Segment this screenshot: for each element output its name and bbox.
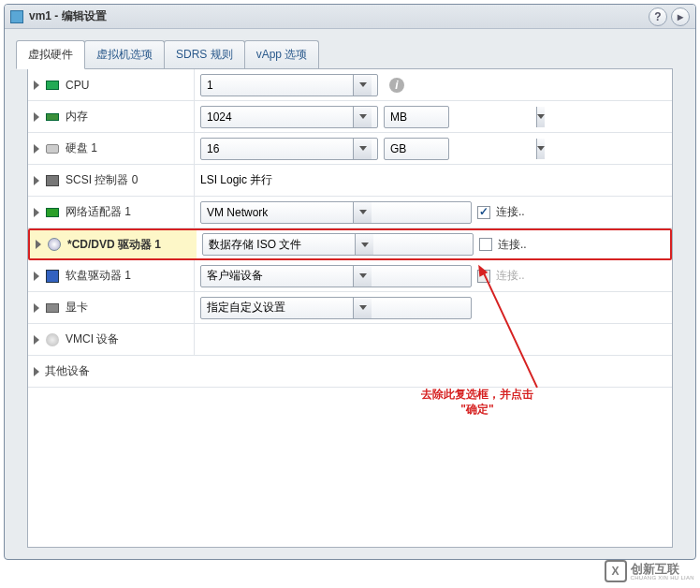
memory-label: 内存 — [66, 109, 88, 125]
annotation-line1: 去除此复选框，并点击 — [421, 388, 533, 403]
cpu-label: CPU — [66, 79, 89, 92]
disk-icon — [45, 141, 60, 156]
floppy-icon — [45, 269, 60, 284]
tab-virtual-hardware[interactable]: 虚拟硬件 — [16, 40, 85, 69]
expander-icon[interactable] — [34, 144, 39, 154]
tab-sdrs-rules[interactable]: SDRS 规则 — [164, 40, 245, 68]
tab-vapp-options[interactable]: vApp 选项 — [244, 40, 320, 68]
row-cddvd: *CD/DVD 驱动器 1 连接.. — [28, 228, 672, 260]
row-network: 网络适配器 1 连接.. — [28, 197, 672, 228]
dialog-title: vm1 - 编辑设置 — [29, 8, 107, 24]
expander-icon[interactable] — [34, 367, 39, 376]
scsi-value: LSI Logic 并行 — [200, 172, 272, 188]
watermark-sub: CHUANG XIN HU LIAN — [631, 575, 694, 581]
cpu-value[interactable] — [201, 75, 353, 96]
expander-icon[interactable] — [34, 335, 39, 345]
hardware-panel: CPU i 内存 — [27, 68, 673, 548]
cpu-select[interactable] — [200, 74, 378, 96]
network-connect-label: 连接.. — [496, 204, 525, 220]
vmci-icon — [45, 332, 60, 347]
watermark-logo-icon: X — [605, 560, 627, 582]
edit-settings-dialog: vm1 - 编辑设置 ? ▸ 虚拟硬件 虚拟机选项 SDRS 规则 vApp 选… — [4, 4, 696, 560]
expander-icon[interactable] — [34, 81, 39, 90]
dropdown-arrow-icon[interactable] — [353, 202, 372, 223]
memory-icon — [45, 110, 60, 125]
tabs: 虚拟硬件 虚拟机选项 SDRS 规则 vApp 选项 CPU i — [5, 29, 695, 548]
row-memory: 内存 — [28, 101, 672, 133]
dropdown-arrow-icon[interactable] — [355, 234, 373, 255]
annotation-text: 去除此复选框，并点击 "确定" — [421, 388, 533, 417]
row-cpu: CPU i — [28, 69, 672, 101]
row-gpu: 显卡 — [28, 292, 672, 324]
expander-icon[interactable] — [34, 112, 39, 122]
disk-unit[interactable] — [385, 139, 536, 159]
network-value[interactable] — [201, 202, 353, 223]
floppy-value[interactable] — [201, 266, 353, 287]
vmci-label: VMCI 设备 — [66, 331, 119, 347]
titlebar: vm1 - 编辑设置 ? ▸ — [5, 5, 695, 29]
network-label: 网络适配器 1 — [66, 204, 131, 220]
floppy-label: 软盘驱动器 1 — [66, 268, 131, 284]
cpu-icon — [45, 78, 60, 93]
memory-input[interactable] — [200, 106, 378, 128]
help-button[interactable]: ? — [649, 7, 667, 26]
gpu-label: 显卡 — [66, 300, 88, 316]
expander-icon[interactable] — [36, 240, 41, 249]
dropdown-arrow-icon[interactable] — [353, 298, 372, 318]
row-floppy: 软盘驱动器 1 连接.. — [28, 260, 672, 292]
tab-vm-options[interactable]: 虚拟机选项 — [84, 40, 165, 68]
disk-value[interactable] — [201, 139, 353, 159]
close-button[interactable]: ▸ — [671, 7, 690, 26]
memory-unit[interactable] — [385, 107, 536, 127]
dropdown-arrow-icon[interactable] — [353, 75, 372, 96]
scsi-label: SCSI 控制器 0 — [66, 172, 138, 188]
network-connect-checkbox[interactable] — [477, 206, 490, 219]
cddvd-connect-label: 连接.. — [498, 237, 527, 253]
disk-size-input[interactable] — [200, 138, 378, 160]
dropdown-arrow-icon[interactable] — [353, 266, 372, 287]
memory-unit-select[interactable] — [384, 106, 449, 128]
expander-icon[interactable] — [34, 208, 39, 217]
spinner-arrow-icon[interactable] — [353, 107, 372, 127]
cd-icon — [47, 237, 62, 252]
cddvd-select[interactable] — [202, 233, 474, 256]
info-icon[interactable]: i — [389, 78, 404, 93]
network-icon — [45, 205, 60, 220]
memory-value[interactable] — [201, 107, 353, 127]
watermark-brand: 创新互联 — [631, 563, 694, 575]
floppy-connect-label: 连接.. — [496, 268, 525, 284]
gpu-select[interactable] — [200, 297, 472, 319]
cddvd-value[interactable] — [203, 234, 355, 255]
disk-label: 硬盘 1 — [66, 140, 97, 156]
dropdown-arrow-icon[interactable] — [536, 107, 545, 127]
expander-icon[interactable] — [34, 303, 39, 313]
vm-icon — [10, 10, 23, 23]
expander-icon[interactable] — [34, 272, 39, 281]
watermark: X 创新互联 CHUANG XIN HU LIAN — [605, 560, 694, 582]
row-other: 其他设备 — [28, 356, 672, 388]
panel-spacer — [28, 388, 672, 547]
network-select[interactable] — [200, 201, 472, 224]
row-scsi: SCSI 控制器 0 LSI Logic 并行 — [28, 165, 672, 197]
expander-icon[interactable] — [34, 176, 39, 185]
gpu-icon — [45, 301, 60, 316]
cddvd-label: *CD/DVD 驱动器 1 — [67, 237, 161, 253]
row-disk: 硬盘 1 — [28, 133, 672, 165]
row-vmci: VMCI 设备 — [28, 324, 672, 356]
cddvd-connect-checkbox[interactable] — [479, 238, 492, 251]
disk-unit-select[interactable] — [384, 138, 449, 160]
spinner-arrow-icon[interactable] — [353, 139, 372, 159]
gpu-value[interactable] — [201, 298, 353, 318]
other-label: 其他设备 — [45, 363, 90, 379]
floppy-select[interactable] — [200, 265, 472, 287]
dropdown-arrow-icon[interactable] — [536, 139, 545, 159]
annotation-line2: "确定" — [421, 403, 533, 418]
scsi-icon — [45, 173, 60, 188]
